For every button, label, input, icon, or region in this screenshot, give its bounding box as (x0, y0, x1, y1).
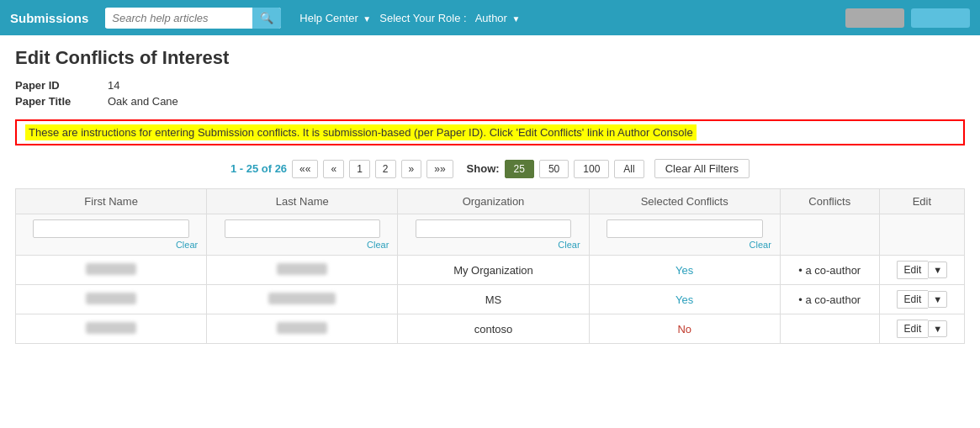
edit-button-2[interactable]: Edit (897, 290, 929, 309)
cell-conflict-detail-1: • a co-author (780, 256, 879, 285)
col-edit: Edit (879, 189, 964, 214)
cell-edit-3: Edit ▼ (879, 314, 964, 344)
edit-caret-btn-1[interactable]: ▼ (928, 262, 947, 278)
role-caret: ▼ (512, 14, 521, 24)
role-label: Select Your Role : (379, 12, 466, 24)
show-50-btn[interactable]: 50 (539, 160, 569, 178)
nav-links: Help Center ▼ Select Your Role : Author … (294, 8, 525, 28)
filter-first-name-input[interactable] (33, 219, 189, 238)
page-next-btn[interactable]: » (401, 160, 422, 178)
filter-last-name: Clear (207, 214, 398, 256)
cell-last-name-2 (207, 285, 398, 314)
search-button[interactable]: 🔍 (252, 8, 281, 29)
blurred-first-name-1 (86, 263, 136, 275)
filter-conflicts-empty (780, 214, 879, 256)
cell-conflicts-2: Yes (589, 285, 780, 314)
page-title: Edit Conflicts of Interest (15, 47, 965, 69)
edit-button-1[interactable]: Edit (897, 261, 929, 279)
cell-conflicts-1: Yes (589, 256, 780, 285)
page-1-btn[interactable]: 1 (349, 160, 370, 178)
search-wrap: 🔍 (105, 8, 281, 29)
filter-org-input[interactable] (416, 219, 572, 238)
help-center-link[interactable]: Help Center ▼ (294, 8, 376, 28)
filter-conflicts-input[interactable] (607, 219, 763, 238)
show-25-btn[interactable]: 25 (505, 160, 534, 178)
table-row: contoso No Edit ▼ (16, 314, 965, 344)
cell-edit-2: Edit ▼ (879, 285, 964, 314)
col-selected-conflicts: Selected Conflicts (589, 189, 780, 214)
cell-first-name-2 (16, 285, 207, 314)
cell-conflicts-3: No (589, 314, 780, 344)
instructions-box: These are instructions for entering Subm… (15, 119, 965, 145)
clear-all-filters-btn[interactable]: Clear All Filters (654, 159, 750, 178)
edit-caret-btn-2[interactable]: ▼ (928, 291, 947, 308)
edit-btn-wrap-2: Edit ▼ (888, 290, 956, 309)
table-header-row: First Name Last Name Organization Select… (16, 189, 965, 214)
role-dropdown[interactable]: Author ▼ (470, 8, 526, 28)
edit-btn-wrap-3: Edit ▼ (888, 320, 956, 338)
filter-organization: Clear (398, 214, 589, 256)
filter-edit-empty (879, 214, 964, 256)
cell-org-1: My Organization (398, 256, 589, 285)
blurred-last-name-3 (277, 322, 327, 334)
blurred-last-name-1 (277, 263, 327, 275)
cell-edit-1: Edit ▼ (879, 256, 964, 285)
paper-title-row: Paper Title Oak and Cane (15, 95, 965, 108)
table-row: My Organization Yes • a co-author Edit ▼ (16, 256, 965, 285)
pagination-info: 1 - 25 of 26 (230, 162, 287, 175)
blurred-first-name-2 (86, 293, 136, 304)
nav-right-buttons (845, 8, 970, 28)
paper-title-value: Oak and Cane (108, 95, 178, 108)
col-first-name: First Name (16, 189, 207, 214)
show-label: Show: (467, 162, 500, 175)
paper-id-value: 14 (108, 79, 119, 92)
table-row: MS Yes • a co-author Edit ▼ (16, 285, 965, 314)
help-center-caret: ▼ (363, 14, 371, 24)
nav-btn-1[interactable] (845, 8, 904, 28)
conflict-no-3[interactable]: No (677, 323, 691, 336)
conflict-yes-1[interactable]: Yes (675, 264, 693, 277)
pagination-row: 1 - 25 of 26 «« « 1 2 » »» Show: 25 50 1… (15, 159, 965, 178)
edit-button-3[interactable]: Edit (897, 320, 929, 338)
cell-last-name-3 (207, 314, 398, 344)
cell-conflict-detail-3 (780, 314, 879, 344)
search-input[interactable] (105, 8, 252, 28)
show-100-btn[interactable]: 100 (574, 160, 609, 178)
page-content: Edit Conflicts of Interest Paper ID 14 P… (0, 35, 980, 356)
brand-label: Submissions (10, 11, 88, 25)
cell-first-name-3 (16, 314, 207, 344)
filter-first-name: Clear (16, 214, 207, 256)
filter-selected-conflicts: Clear (589, 214, 780, 256)
data-table: First Name Last Name Organization Select… (15, 188, 965, 344)
col-last-name: Last Name (207, 189, 398, 214)
instructions-text: These are instructions for entering Subm… (25, 124, 697, 140)
col-conflicts: Conflicts (780, 189, 879, 214)
filter-last-name-input[interactable] (225, 219, 381, 238)
paper-title-label: Paper Title (15, 95, 108, 108)
cell-first-name-1 (16, 256, 207, 285)
cell-org-2: MS (398, 285, 589, 314)
show-all-btn[interactable]: All (614, 160, 644, 178)
col-organization: Organization (398, 189, 589, 214)
filter-conflicts-clear[interactable]: Clear (598, 240, 771, 250)
table-filter-row: Clear Clear Clear Clear (16, 214, 965, 256)
edit-btn-wrap-1: Edit ▼ (888, 261, 956, 279)
page-first-btn[interactable]: «« (292, 160, 318, 178)
cell-last-name-1 (207, 256, 398, 285)
filter-last-name-clear[interactable]: Clear (215, 240, 389, 250)
meta-table: Paper ID 14 Paper Title Oak and Cane (15, 79, 965, 108)
filter-org-clear[interactable]: Clear (406, 240, 580, 250)
topnav: Submissions 🔍 Help Center ▼ Select Your … (0, 0, 980, 35)
paper-id-label: Paper ID (15, 79, 108, 92)
cell-org-3: contoso (398, 314, 589, 344)
nav-btn-2[interactable] (911, 8, 970, 28)
page-2-btn[interactable]: 2 (375, 160, 396, 178)
edit-caret-btn-3[interactable]: ▼ (928, 320, 947, 337)
page-last-btn[interactable]: »» (426, 160, 453, 178)
cell-conflict-detail-2: • a co-author (780, 285, 879, 314)
page-prev-btn[interactable]: « (323, 160, 344, 178)
blurred-first-name-3 (86, 322, 136, 334)
blurred-last-name-2 (268, 293, 336, 304)
filter-first-name-clear[interactable]: Clear (24, 240, 198, 250)
conflict-yes-2[interactable]: Yes (675, 293, 693, 306)
